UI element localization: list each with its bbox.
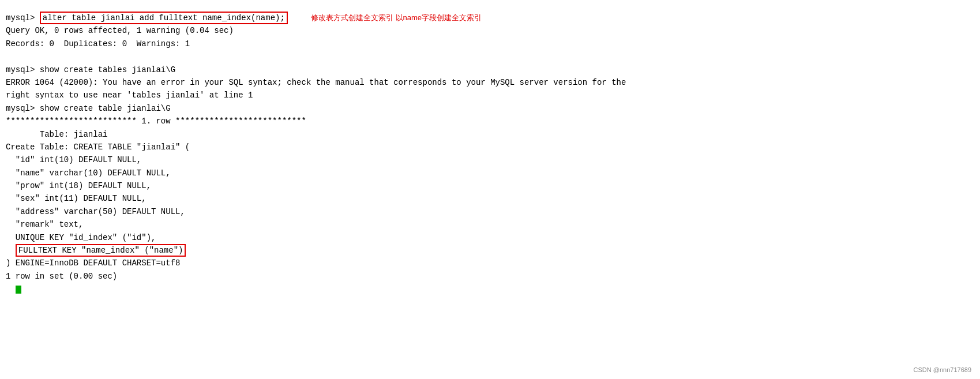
fulltext-key-box: FULLTEXT KEY "name_index" ("name") — [16, 244, 186, 257]
command-line-1: mysql> alter table jianlai add fulltext … — [6, 12, 968, 24]
output-line-15: "sex" int(11) DEFAULT NULL, — [6, 192, 968, 205]
output-line-16: "address" varchar(50) DEFAULT NULL, — [6, 205, 968, 218]
output-line-19: FULLTEXT KEY "name_index" ("name") — [6, 244, 968, 257]
output-line-10: Table: jianlai — [6, 128, 968, 141]
output-line-3: Records: 0 Duplicates: 0 Warnings: 1 — [6, 37, 968, 50]
output-line-12: "id" int(10) DEFAULT NULL, — [6, 153, 968, 166]
prompt-text-1: mysql> — [6, 13, 40, 22]
empty-line-4 — [6, 50, 968, 63]
output-line-17: "remark" text, — [6, 218, 968, 231]
output-line-5: mysql> show create tables jianlai\G — [6, 63, 968, 76]
output-line-20: ) ENGINE=InnoDB DEFAULT CHARSET=utf8 — [6, 257, 968, 269]
annotation-1: 修改表方式创建全文索引 以name字段创建全文索引 — [311, 13, 482, 23]
output-line-22 — [6, 283, 968, 295]
csdn-badge: CSDN @nnn717689 — [914, 366, 971, 373]
output-line-2: Query OK, 0 rows affected, 1 warning (0.… — [6, 24, 968, 37]
output-line-14: "prow" int(18) DEFAULT NULL, — [6, 179, 968, 192]
prompt-1: mysql> alter table jianlai add fulltext … — [6, 12, 288, 24]
output-line-9: *************************** 1. row *****… — [6, 115, 968, 127]
output-line-8: mysql> show create table jianlai\G — [6, 102, 968, 115]
sql-command-box-1: alter table jianlai add fulltext name_in… — [40, 12, 288, 24]
output-line-13: "name" varchar(10) DEFAULT NULL, — [6, 167, 968, 179]
output-line-21: 1 row in set (0.00 sec) — [6, 270, 968, 283]
cursor — [16, 286, 21, 294]
output-line-18: UNIQUE KEY "id_index" ("id"), — [6, 231, 968, 244]
output-line-11: Create Table: CREATE TABLE "jianlai" ( — [6, 141, 968, 153]
terminal-container: mysql> alter table jianlai add fulltext … — [0, 0, 980, 379]
output-line-7: right syntax to use near 'tables jianlai… — [6, 89, 968, 102]
output-line-6: ERROR 1064 (42000): You have an error in… — [6, 76, 968, 89]
